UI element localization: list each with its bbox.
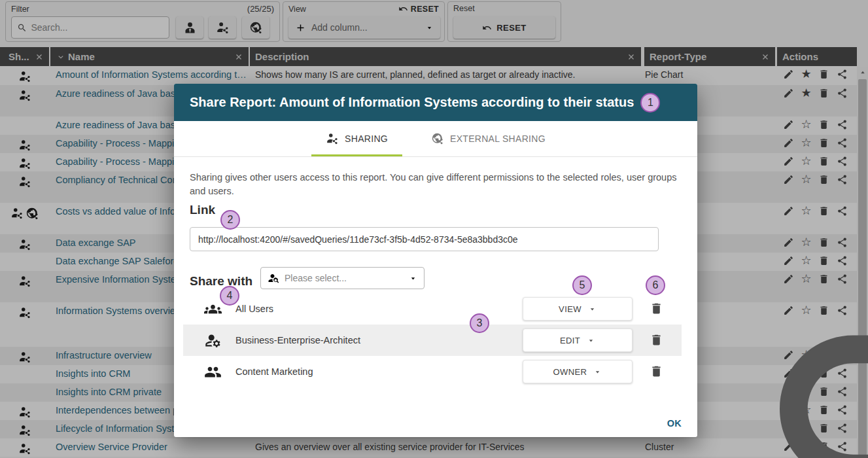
chevron-down-icon <box>587 336 595 345</box>
chevron-down-icon <box>593 368 602 376</box>
remove-entry-button[interactable] <box>650 364 663 378</box>
select-placeholder: Please select... <box>285 273 404 283</box>
annotation-badge-2: 2 <box>220 210 240 230</box>
permission-dropdown[interactable]: VIEW <box>523 297 633 321</box>
manage-account-icon <box>204 332 222 349</box>
share-report-dialog: Share Report: Amount of Information Syst… <box>174 84 697 437</box>
globe-share-icon <box>431 132 444 145</box>
permission-dropdown[interactable]: OWNER <box>523 360 633 383</box>
share-link-input[interactable] <box>190 227 659 251</box>
sharing-description: Sharing gives other users access to this… <box>190 171 682 198</box>
annotation-badge-4: 4 <box>220 286 239 306</box>
person-search-icon <box>268 272 279 284</box>
share-with-heading: Share with <box>190 274 252 289</box>
tab-external-sharing[interactable]: EXTERNAL SHARING <box>417 121 560 156</box>
remove-entry-button[interactable] <box>650 302 663 315</box>
remove-entry-button[interactable] <box>650 333 663 347</box>
permission-value: EDIT <box>560 336 580 345</box>
share-entry-name: Business-Enterprise-Architect <box>235 335 360 345</box>
annotation-badge-5: 5 <box>572 275 592 295</box>
annotation-badge-1: 1 <box>640 93 660 113</box>
dialog-title: Share Report: Amount of Information Syst… <box>190 95 634 110</box>
annotation-badge-3: 3 <box>470 313 489 333</box>
share-entry-name: All Users <box>235 304 273 314</box>
permission-value: OWNER <box>553 367 587 377</box>
permission-dropdown[interactable]: EDIT <box>523 328 633 352</box>
share-entry: Business-Enterprise-ArchitectEDIT <box>183 325 682 356</box>
annotation-badge-6: 6 <box>646 275 665 295</box>
chevron-down-icon <box>588 305 597 313</box>
chevron-down-icon <box>409 274 417 283</box>
share-entry: All UsersVIEW <box>183 293 682 325</box>
permission-value: VIEW <box>559 304 582 314</box>
tab-sharing[interactable]: SHARING <box>311 121 402 156</box>
ok-button[interactable]: OK <box>667 418 682 429</box>
person-share-icon <box>326 132 339 145</box>
group-icon <box>204 363 222 381</box>
dialog-header: Share Report: Amount of Information Syst… <box>174 84 697 121</box>
link-heading: Link <box>190 203 215 217</box>
dialog-tabs: SHARING EXTERNAL SHARING <box>174 121 697 157</box>
share-entries-list: All UsersVIEWBusiness-Enterprise-Archite… <box>174 293 697 387</box>
groups-icon <box>204 300 222 318</box>
share-entry-name: Content Marketing <box>235 366 313 377</box>
share-entry: Content MarketingOWNER <box>183 356 682 387</box>
share-with-select[interactable]: Please select... <box>260 267 425 289</box>
